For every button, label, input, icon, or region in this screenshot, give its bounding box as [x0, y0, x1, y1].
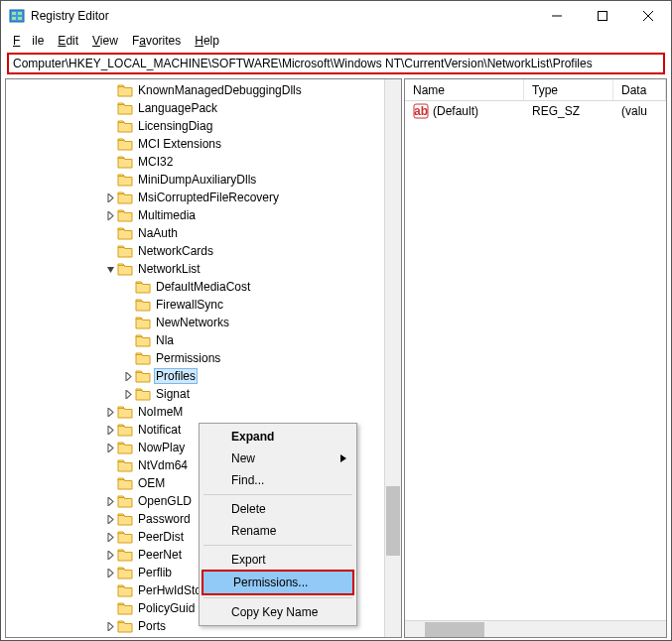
- tree-item[interactable]: MCI Extensions: [6, 135, 401, 153]
- menu-separator: [203, 494, 352, 495]
- horizontal-scrollbar[interactable]: [405, 620, 666, 637]
- tree-item[interactable]: LanguagePack: [6, 99, 401, 117]
- folder-icon: [117, 441, 133, 454]
- folder-icon: [135, 333, 151, 347]
- expand-closed-icon[interactable]: [103, 533, 117, 542]
- expand-closed-icon[interactable]: [103, 444, 117, 452]
- scroll-thumb[interactable]: [425, 622, 484, 637]
- menu-help[interactable]: Help: [189, 32, 225, 50]
- tree-item-label: NetworkList: [136, 261, 202, 277]
- expand-closed-icon[interactable]: [121, 372, 135, 381]
- tree-item[interactable]: NetworkList: [6, 260, 401, 278]
- folder-icon: [117, 476, 133, 490]
- folder-icon: [117, 155, 133, 169]
- tree-item-label: PolicyGuid: [136, 600, 197, 616]
- column-type[interactable]: Type: [524, 79, 613, 100]
- expand-open-icon[interactable]: [103, 265, 117, 274]
- menu-bar: File Edit View Favorites Help: [1, 31, 671, 51]
- tree-item[interactable]: DefaultMediaCost: [6, 278, 401, 296]
- svg-rect-3: [12, 17, 16, 20]
- expand-closed-icon[interactable]: [103, 497, 117, 506]
- scroll-thumb[interactable]: [386, 486, 400, 556]
- menu-item-rename[interactable]: Rename: [202, 520, 354, 542]
- tree-item-label: MiniDumpAuxiliaryDlls: [136, 172, 258, 188]
- tree-item-label: FirewallSync: [154, 297, 225, 313]
- tree-item[interactable]: KnownManagedDebuggingDlls: [6, 81, 401, 99]
- expand-closed-icon[interactable]: [103, 569, 117, 577]
- menu-file[interactable]: File: [7, 32, 50, 50]
- tree-item[interactable]: NoImeM: [6, 403, 401, 421]
- column-name[interactable]: Name: [405, 79, 524, 100]
- tree-item-label: PeerNet: [136, 547, 184, 563]
- svg-text:ab: ab: [414, 104, 428, 118]
- tree-item[interactable]: MiniDumpAuxiliaryDlls: [6, 171, 401, 189]
- folder-icon: [117, 137, 133, 151]
- expand-closed-icon[interactable]: [121, 390, 135, 399]
- expand-closed-icon[interactable]: [103, 211, 117, 220]
- regedit-icon: [9, 8, 25, 24]
- folder-icon: [117, 548, 133, 562]
- expand-closed-icon[interactable]: [103, 551, 117, 560]
- menu-item-label: New: [231, 451, 255, 465]
- folder-icon: [117, 226, 133, 240]
- tree-item[interactable]: Profiles: [6, 367, 401, 385]
- minimize-button[interactable]: [534, 1, 580, 31]
- tree-item-label: Notificat: [136, 422, 183, 438]
- folder-icon: [117, 637, 133, 638]
- maximize-button[interactable]: [580, 1, 625, 31]
- tree-item-label: KnownManagedDebuggingDlls: [136, 82, 304, 98]
- menu-view[interactable]: View: [86, 32, 124, 50]
- value-row[interactable]: ab(Default)REG_SZ(valu: [405, 101, 666, 119]
- column-data[interactable]: Data: [613, 79, 666, 100]
- folder-icon: [135, 351, 151, 365]
- folder-icon: [117, 512, 133, 526]
- expand-closed-icon[interactable]: [103, 622, 117, 631]
- folder-icon: [135, 316, 151, 329]
- tree-item-label: NtVdm64: [136, 457, 190, 473]
- tree-item[interactable]: NaAuth: [6, 224, 401, 242]
- menu-item-find[interactable]: Find...: [202, 469, 354, 491]
- expand-closed-icon[interactable]: [103, 426, 117, 435]
- tree-item[interactable]: Prefetcher: [6, 635, 401, 638]
- tree-item-label: Profiles: [154, 368, 198, 384]
- expand-closed-icon[interactable]: [103, 515, 117, 524]
- folder-icon: [117, 173, 133, 187]
- tree-item[interactable]: Permissions: [6, 349, 401, 367]
- tree-item[interactable]: MCI32: [6, 153, 401, 171]
- close-button[interactable]: [625, 1, 671, 31]
- address-bar[interactable]: Computer\HKEY_LOCAL_MACHINE\SOFTWARE\Mic…: [7, 53, 665, 74]
- tree-item[interactable]: Nla: [6, 331, 401, 349]
- tree-item-label: Nla: [154, 332, 176, 348]
- menu-item-new[interactable]: New: [202, 448, 354, 469]
- tree-item-label: Prefetcher: [136, 636, 195, 638]
- folder-icon: [117, 494, 133, 508]
- tree-item[interactable]: LicensingDiag: [6, 117, 401, 135]
- tree-item[interactable]: NewNetworks: [6, 314, 401, 331]
- tree-item[interactable]: MsiCorruptedFileRecovery: [6, 189, 401, 206]
- tree-item-label: NewNetworks: [154, 315, 231, 330]
- menu-edit[interactable]: Edit: [52, 32, 84, 50]
- folder-icon: [135, 298, 151, 312]
- menu-item-export[interactable]: Export: [202, 549, 354, 571]
- tree-item-label: DefaultMediaCost: [154, 279, 252, 295]
- tree-item-label: MCI32: [136, 154, 175, 170]
- tree-item-label: NowPlay: [136, 440, 187, 455]
- values-pane[interactable]: Name Type Data ab(Default)REG_SZ(valu: [404, 78, 667, 638]
- menu-item-delete[interactable]: Delete: [202, 498, 354, 520]
- menu-favorites[interactable]: Favorites: [126, 32, 187, 50]
- tree-item-label: Signat: [154, 386, 192, 402]
- expand-closed-icon[interactable]: [103, 408, 117, 417]
- tree-item[interactable]: Signat: [6, 385, 401, 403]
- folder-icon: [117, 191, 133, 204]
- menu-item-expand[interactable]: Expand: [202, 426, 354, 448]
- menu-item-permissions[interactable]: Permissions...: [203, 572, 352, 593]
- vertical-scrollbar[interactable]: [384, 79, 401, 637]
- folder-icon: [117, 405, 133, 419]
- tree-item-label: Password: [136, 511, 193, 527]
- menu-item-copy-key-name[interactable]: Copy Key Name: [202, 601, 354, 623]
- expand-closed-icon[interactable]: [103, 193, 117, 202]
- tree-item[interactable]: Multimedia: [6, 206, 401, 224]
- tree-item[interactable]: FirewallSync: [6, 296, 401, 314]
- tree-item-label: Permissions: [154, 350, 222, 366]
- tree-item[interactable]: NetworkCards: [6, 242, 401, 260]
